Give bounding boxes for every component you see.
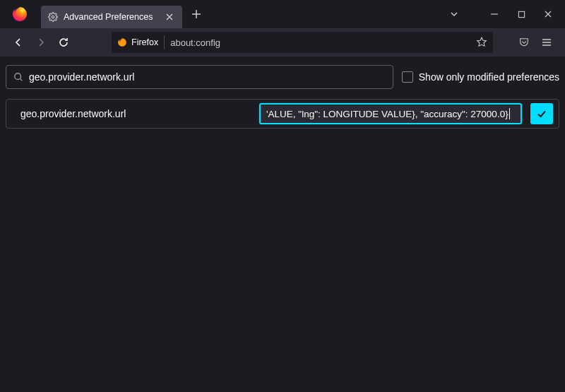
svg-rect-2 [518,11,524,17]
close-window-button[interactable] [541,7,555,21]
svg-point-1 [52,16,54,18]
checkbox-icon [402,71,413,83]
gear-icon [48,12,58,22]
search-row: geo.provider.network.url Show only modif… [6,65,559,89]
svg-point-4 [15,73,21,80]
reload-button[interactable] [54,32,73,52]
identity-label: Firefox [131,37,158,47]
browser-tab[interactable]: Advanced Preferences [41,6,182,28]
url-bar[interactable]: Firefox about:config [112,32,493,53]
firefox-icon [117,37,127,47]
pref-save-button[interactable] [530,103,553,124]
forward-button[interactable] [31,32,51,52]
close-tab-button[interactable] [164,11,175,23]
bookmark-star-button[interactable] [476,37,487,48]
app-menu-button[interactable] [537,32,557,52]
search-icon [13,72,23,82]
minimize-button[interactable] [487,7,501,21]
tab-title: Advanced Preferences [64,12,158,22]
new-tab-button[interactable] [186,4,206,24]
about-config-content: geo.provider.network.url Show only modif… [0,57,565,137]
pref-value-text: 'ALUE, "lng": LONGITUDE VALUE}, "accurac… [266,109,509,119]
pref-search-value: geo.provider.network.url [29,71,134,83]
pref-value-input[interactable]: 'ALUE, "lng": LONGITUDE VALUE}, "accurac… [259,103,522,124]
pref-row: geo.provider.network.url 'ALUE, "lng": L… [6,99,559,129]
save-to-pocket-button[interactable] [514,32,534,52]
tab-list-button[interactable] [449,9,459,19]
identity-box[interactable]: Firefox [117,35,165,49]
back-button[interactable] [8,32,28,52]
navigation-toolbar: Firefox about:config [0,28,565,57]
pref-search-input[interactable]: geo.provider.network.url [6,65,393,89]
url-text: about:config [170,37,470,48]
titlebar: Advanced Preferences [0,0,565,28]
show-modified-checkbox[interactable]: Show only modified preferences [402,71,559,83]
window-controls [487,7,555,21]
pref-name: geo.provider.network.url [20,108,254,119]
show-modified-label: Show only modified preferences [419,71,559,83]
text-cursor [509,108,510,119]
firefox-logo-icon [11,6,28,23]
maximize-button[interactable] [514,7,528,21]
